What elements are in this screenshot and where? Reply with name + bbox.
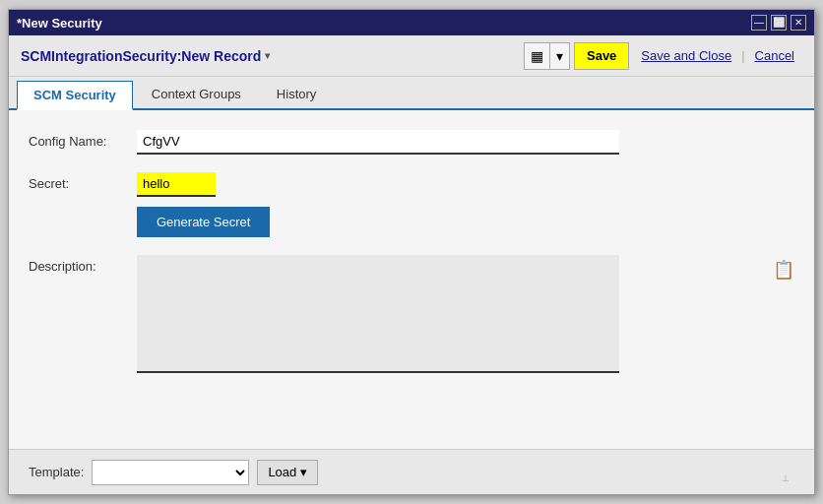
record-title-text: SCMIntegrationSecurity:New Record <box>21 48 261 64</box>
secret-label: Secret: <box>29 172 137 191</box>
button-separator: | <box>741 48 744 63</box>
generate-secret-button[interactable]: Generate Secret <box>137 207 270 237</box>
tabs-bar: SCM Security Context Groups History <box>9 77 814 110</box>
description-row: Description: 📋 <box>29 255 794 376</box>
layout-dropdown-icon[interactable]: ▾ <box>550 44 569 68</box>
save-and-close-button[interactable]: Save and Close <box>633 42 739 70</box>
secret-input[interactable] <box>137 172 216 197</box>
window-title: *New Security <box>17 16 102 31</box>
template-label: Template: <box>29 465 84 479</box>
layout-button-group: ▦ ▾ <box>524 42 570 70</box>
close-button[interactable]: ✕ <box>791 15 806 31</box>
description-wrapper: 📋 <box>137 255 794 376</box>
description-input[interactable] <box>137 255 619 373</box>
main-window: *New Security — ⬜ ✕ SCMIntegrationSecuri… <box>8 9 815 495</box>
toolbar-buttons: ▦ ▾ Save Save and Close | Cancel <box>524 42 802 70</box>
secret-field: Generate Secret <box>137 172 794 237</box>
minimize-button[interactable]: — <box>751 15 767 31</box>
record-bar: SCMIntegrationSecurity:New Record ▾ ▦ ▾ … <box>9 35 814 77</box>
config-name-input[interactable] <box>137 130 619 155</box>
save-button[interactable]: Save <box>574 42 629 70</box>
resize-handle[interactable]: ⟂ <box>783 472 794 484</box>
main-content: Config Name: Secret: Generate Secret Des… <box>9 110 814 449</box>
tab-context-groups[interactable]: Context Groups <box>135 79 258 108</box>
title-bar-controls: — ⬜ ✕ <box>751 15 806 31</box>
load-button[interactable]: Load ▾ <box>257 460 318 485</box>
layout-icon[interactable]: ▦ <box>525 44 549 68</box>
tab-history[interactable]: History <box>260 79 333 108</box>
config-name-label: Config Name: <box>29 130 137 149</box>
title-bar: *New Security — ⬜ ✕ <box>9 10 814 35</box>
cancel-button[interactable]: Cancel <box>747 42 802 70</box>
record-title-area: SCMIntegrationSecurity:New Record ▾ <box>21 48 270 64</box>
footer: Template: Load ▾ ⟂ <box>9 449 814 494</box>
config-name-row: Config Name: <box>29 130 794 155</box>
footer-left: Template: Load ▾ <box>29 460 318 485</box>
template-select[interactable] <box>92 460 249 485</box>
secret-row: Secret: Generate Secret <box>29 172 794 237</box>
maximize-button[interactable]: ⬜ <box>771 15 787 31</box>
paste-icon[interactable]: 📋 <box>773 259 794 281</box>
load-dropdown-icon[interactable]: ▾ <box>300 465 307 479</box>
record-dropdown-arrow[interactable]: ▾ <box>265 50 270 61</box>
config-name-field <box>137 130 794 155</box>
tab-scm-security[interactable]: SCM Security <box>17 81 133 110</box>
description-label: Description: <box>29 255 137 274</box>
